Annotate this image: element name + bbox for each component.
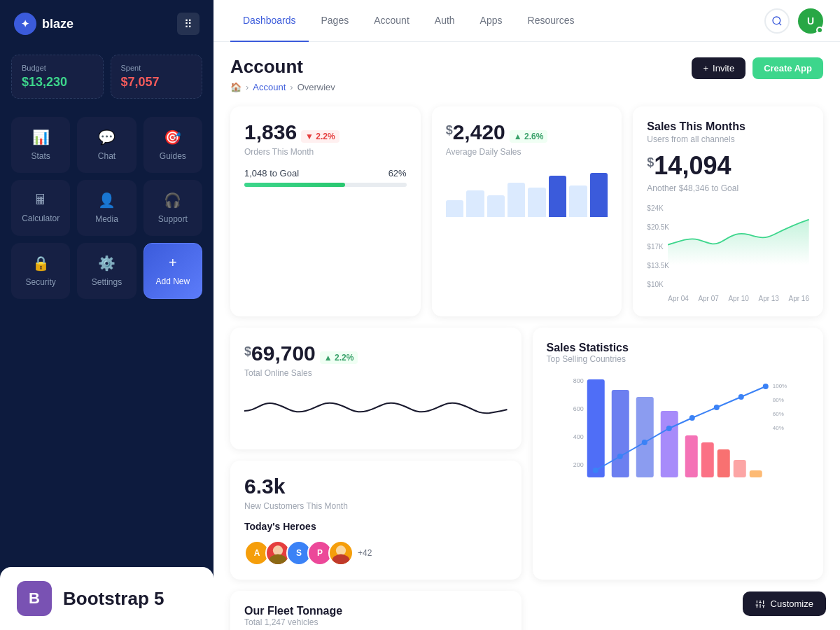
heroes-label: Today's Heroes [244, 521, 507, 532]
new-customers-label: New Customers This Month [244, 501, 507, 511]
svg-text:600: 600 [573, 405, 583, 412]
second-row: $69,700 ▲ 2.2% Total Online Sales 6.3k N… [230, 328, 823, 580]
progress-section: 1,048 to Goal 62% [244, 168, 407, 187]
breadcrumb-home[interactable]: 🏠 [230, 82, 241, 92]
svg-rect-13 [660, 411, 678, 477]
user-avatar[interactable]: U [798, 8, 823, 34]
nav-right: U [764, 8, 823, 34]
sidebar-item-calculator[interactable]: 🖩 Calculator [11, 180, 70, 236]
budget-label: Budget [22, 64, 93, 72]
branding-section: B Bootstrap 5 [0, 567, 214, 630]
sidebar-item-label: Chat [98, 151, 115, 161]
svg-text:40%: 40% [772, 425, 783, 431]
sales-subtitle: Users from all channels [647, 134, 809, 144]
chart-x-axis: Apr 04 Apr 07 Apr 10 Apr 13 Apr 16 [668, 295, 809, 302]
breadcrumb-sep2: › [290, 82, 293, 92]
sidebar-menu-button[interactable]: ⠿ [177, 13, 200, 35]
tab-pages[interactable]: Pages [309, 0, 362, 42]
fleet-title: Our Fleet Tonnage [244, 605, 507, 617]
y-label-4: $13.5K [647, 262, 669, 270]
customize-label: Customize [771, 598, 813, 609]
sidebar-item-label: Support [158, 214, 188, 224]
svg-rect-15 [701, 442, 713, 477]
breadcrumb-account[interactable]: Account [253, 82, 286, 92]
svg-point-22 [666, 426, 671, 431]
bar-8 [590, 173, 608, 217]
sidebar-item-add-new[interactable]: + Add New [144, 243, 202, 299]
sales-line-svg [668, 204, 809, 265]
chart-y-axis: $24K $20.5K $17K $13.5K $10K [647, 204, 669, 288]
tab-apps[interactable]: Apps [468, 0, 515, 42]
mini-bar-chart [446, 168, 608, 217]
online-sales-label: Total Online Sales [244, 368, 507, 378]
y-label-2: $20.5K [647, 223, 669, 231]
sales-goal: Another $48,346 to Goal [647, 183, 809, 193]
nav-grid: 📊 Stats 💬 Chat 🎯 Guides 🖩 Calculator 👤 M… [0, 110, 214, 306]
settings-icon: ⚙️ [98, 255, 115, 272]
sidebar-item-settings[interactable]: ⚙️ Settings [77, 243, 136, 299]
sales-title: Sales This Months [647, 120, 809, 133]
sidebar-item-guides[interactable]: 🎯 Guides [144, 117, 202, 173]
sidebar-item-media[interactable]: 👤 Media [77, 180, 136, 236]
progress-bar-fill [244, 183, 345, 187]
heroes-section: Today's Heroes A S P +42 [244, 521, 507, 566]
breadcrumb-page: Overwiev [298, 82, 335, 92]
left-second-col: $69,700 ▲ 2.2% Total Online Sales 6.3k N… [230, 328, 522, 580]
nav-tabs: Dashboards Pages Account Auth Apps Resou… [230, 0, 587, 42]
svg-text:80%: 80% [772, 397, 783, 403]
y-label-1: $24K [647, 204, 669, 212]
branding-text: Bootstrap 5 [63, 588, 164, 610]
bar-6 [549, 176, 566, 218]
hero-avatar-5 [328, 540, 354, 566]
y-label-3: $17K [647, 243, 669, 251]
stats-subtitle: Top Selling Countries [547, 354, 810, 364]
svg-point-25 [738, 394, 743, 400]
svg-point-19 [592, 468, 598, 473]
media-icon: 👤 [98, 192, 115, 209]
invite-button[interactable]: + Invite [692, 57, 746, 79]
sidebar-item-label: Settings [92, 277, 122, 287]
breadcrumb: 🏠 › Account › Overwiev [230, 82, 823, 92]
calculator-icon: 🖩 [34, 192, 48, 208]
svg-point-26 [762, 384, 768, 389]
tab-resources[interactable]: Resources [515, 0, 587, 42]
sidebar-item-security[interactable]: 🔒 Security [11, 243, 70, 299]
x-label-5: Apr 16 [789, 295, 809, 302]
svg-point-2 [273, 545, 283, 555]
sidebar-item-chat[interactable]: 💬 Chat [77, 117, 136, 173]
orders-badge: ▼ 2.2% [301, 130, 340, 143]
daily-sales-label: Average Daily Sales [446, 147, 608, 157]
tab-dashboards[interactable]: Dashboards [230, 0, 309, 42]
sidebar-item-support[interactable]: 🎧 Support [144, 180, 202, 236]
new-customers-value: 6.3k [244, 475, 507, 498]
svg-text:800: 800 [573, 377, 583, 384]
tab-account[interactable]: Account [361, 0, 422, 42]
sidebar-item-label: Security [25, 277, 55, 287]
sidebar: ✦ blaze ⠿ Budget $13,230 Spent $7,057 📊 … [0, 0, 214, 630]
orders-card: 1,836 ▼ 2.2% Orders This Month 1,048 to … [230, 106, 421, 316]
sidebar-item-stats[interactable]: 📊 Stats [11, 117, 70, 173]
wavy-chart [244, 386, 507, 435]
bar-4 [507, 183, 525, 217]
spent-card: Spent $7,057 [111, 55, 203, 99]
sidebar-item-label: Media [95, 214, 118, 224]
page-actions: + Invite Create App [692, 57, 823, 79]
create-app-button[interactable]: Create App [752, 57, 823, 79]
stats-title: Sales Statistics [547, 342, 810, 354]
main-content: Dashboards Pages Account Auth Apps Resou… [214, 0, 840, 630]
invite-label: Invite [713, 63, 734, 74]
sidebar-item-label: Stats [31, 151, 50, 161]
search-button[interactable] [764, 8, 790, 34]
svg-point-3 [270, 554, 287, 566]
svg-point-20 [617, 454, 622, 459]
fleet-card: Our Fleet Tonnage Total 1,247 vehicles R… [230, 591, 522, 630]
orders-label: Orders This Month [244, 147, 407, 157]
svg-rect-10 [587, 379, 604, 477]
progress-percent: 62% [388, 168, 407, 178]
tab-auth[interactable]: Auth [422, 0, 468, 42]
bar-2 [466, 190, 484, 218]
svg-text:100%: 100% [772, 383, 786, 389]
daily-sales-card: $2,420 ▲ 2.6% Average Daily Sales [432, 106, 622, 316]
svg-text:60%: 60% [772, 411, 783, 417]
customize-button[interactable]: Customize [743, 592, 826, 616]
